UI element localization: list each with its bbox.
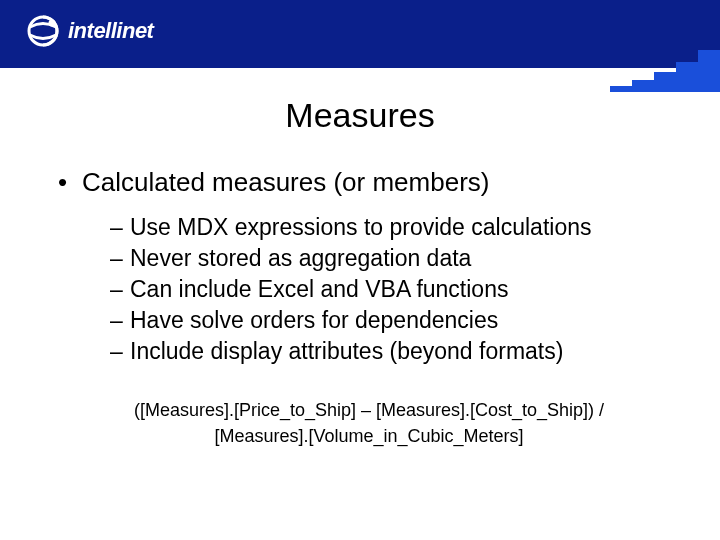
svg-point-1 [49, 20, 56, 27]
formula-block: ([Measures].[Price_to_Ship] – [Measures]… [58, 397, 680, 449]
formula-line: [Measures].[Volume_in_Cubic_Meters] [118, 423, 620, 449]
slide-title: Measures [0, 96, 720, 135]
header-bar: intellinet [0, 0, 720, 68]
list-item: Use MDX expressions to provide calculati… [110, 212, 680, 243]
list-item: Have solve orders for dependencies [110, 305, 680, 336]
slide-content: Calculated measures (or members) Use MDX… [0, 167, 720, 449]
formula-line: ([Measures].[Price_to_Ship] – [Measures]… [118, 397, 620, 423]
list-item: Never stored as aggregation data [110, 243, 680, 274]
sub-bullet-list: Use MDX expressions to provide calculati… [58, 212, 680, 367]
brand-name: intellinet [68, 18, 153, 44]
main-bullet: Calculated measures (or members) [58, 167, 680, 198]
list-item: Can include Excel and VBA functions [110, 274, 680, 305]
brand-logo: intellinet [26, 14, 153, 48]
globe-icon [26, 14, 60, 48]
list-item: Include display attributes (beyond forma… [110, 336, 680, 367]
corner-steps-decoration [610, 50, 720, 92]
